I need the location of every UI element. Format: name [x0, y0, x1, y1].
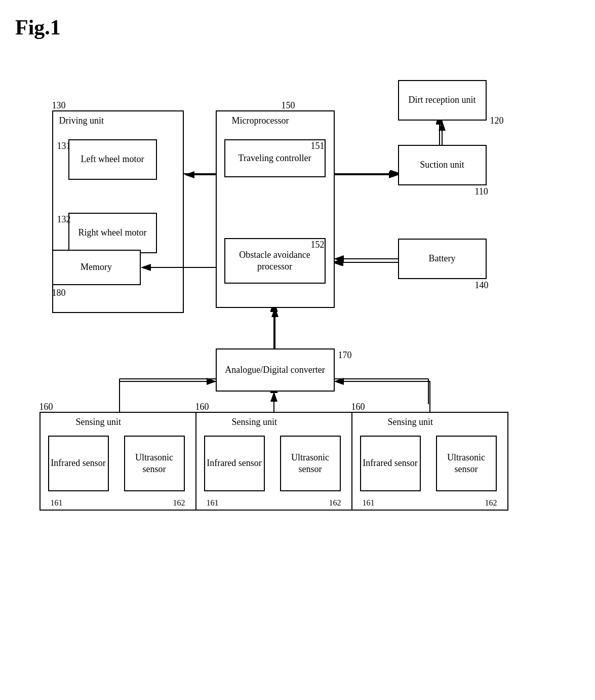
- ultrasonic-center-label: Ultrasonic sensor: [281, 452, 340, 476]
- ref-130: 130: [52, 100, 66, 111]
- ref-160-left: 160: [39, 402, 53, 412]
- right-wheel-motor-box: Right wheel motor: [68, 213, 157, 253]
- ultrasonic-left-label: Ultrasonic sensor: [125, 452, 184, 476]
- ref-160-right: 160: [351, 402, 365, 412]
- ref-center-161: 161: [207, 498, 219, 508]
- ref-132: 132: [57, 214, 71, 225]
- battery-label: Battery: [429, 253, 456, 264]
- infrared-right-label: Infrared sensor: [363, 457, 417, 469]
- ref-170: 170: [338, 350, 352, 361]
- microprocessor-label: Microprocessor: [232, 115, 289, 126]
- suction-unit-box: Suction unit: [398, 145, 487, 185]
- infrared-center-label: Infrared sensor: [207, 457, 261, 469]
- sensing-center-outer: Sensing unit Infrared sensor Ultrasonic …: [195, 412, 352, 511]
- battery-box: Battery: [398, 239, 487, 279]
- adc-box: Analogue/Digital converter: [216, 348, 335, 392]
- ultrasonic-center-box: Ultrasonic sensor: [280, 436, 341, 491]
- ref-160-center: 160: [195, 402, 209, 412]
- sensing-right-label: Sensing unit: [388, 417, 433, 427]
- ultrasonic-right-box: Ultrasonic sensor: [436, 436, 497, 491]
- ref-150: 150: [282, 100, 295, 111]
- ref-right-161: 161: [363, 498, 375, 508]
- microprocessor-outer: Microprocessor Traveling controller 151 …: [216, 110, 335, 308]
- infrared-left-box: Infrared sensor: [48, 436, 109, 491]
- traveling-controller-box: Traveling controller: [224, 139, 326, 177]
- ref-140: 140: [475, 280, 489, 291]
- ref-180: 180: [52, 288, 66, 298]
- ultrasonic-right-label: Ultrasonic sensor: [437, 452, 496, 476]
- sensing-left-label: Sensing unit: [76, 417, 122, 427]
- ref-left-161: 161: [51, 498, 63, 508]
- infrared-center-box: Infrared sensor: [204, 436, 265, 491]
- ref-center-162: 162: [329, 498, 341, 508]
- ref-151: 151: [311, 141, 325, 151]
- infrared-right-box: Infrared sensor: [360, 436, 421, 491]
- obstacle-label: Obstacle avoidance processor: [225, 249, 325, 273]
- left-wheel-motor-label: Left wheel motor: [81, 153, 144, 165]
- driving-unit-label: Driving unit: [59, 115, 104, 126]
- suction-label: Suction unit: [420, 159, 464, 171]
- ultrasonic-left-box: Ultrasonic sensor: [124, 436, 185, 491]
- dirt-reception-box: Dirt reception unit: [398, 80, 487, 121]
- sensing-center-label: Sensing unit: [232, 417, 277, 427]
- fig-title: Fig.1: [15, 15, 580, 40]
- infrared-left-label: Infrared sensor: [51, 457, 105, 469]
- diagram: Driving unit Left wheel motor 131 Right …: [19, 50, 576, 698]
- adc-label: Analogue/Digital converter: [225, 364, 325, 376]
- ref-right-162: 162: [485, 498, 497, 508]
- traveling-controller-label: Traveling controller: [239, 152, 311, 164]
- obstacle-avoidance-box: Obstacle avoidance processor: [224, 238, 326, 284]
- left-wheel-motor-box: Left wheel motor: [68, 139, 157, 180]
- right-wheel-motor-label: Right wheel motor: [78, 227, 147, 239]
- ref-left-162: 162: [173, 498, 185, 508]
- sensing-left-outer: Sensing unit Infrared sensor Ultrasonic …: [39, 412, 196, 511]
- memory-box: Memory: [52, 250, 141, 285]
- dirt-label: Dirt reception unit: [409, 94, 476, 106]
- ref-110: 110: [475, 186, 488, 197]
- ref-152: 152: [311, 240, 325, 250]
- ref-120: 120: [490, 115, 504, 126]
- ref-131: 131: [57, 141, 71, 151]
- sensing-right-outer: Sensing unit Infrared sensor Ultrasonic …: [351, 412, 508, 511]
- memory-label: Memory: [81, 261, 112, 273]
